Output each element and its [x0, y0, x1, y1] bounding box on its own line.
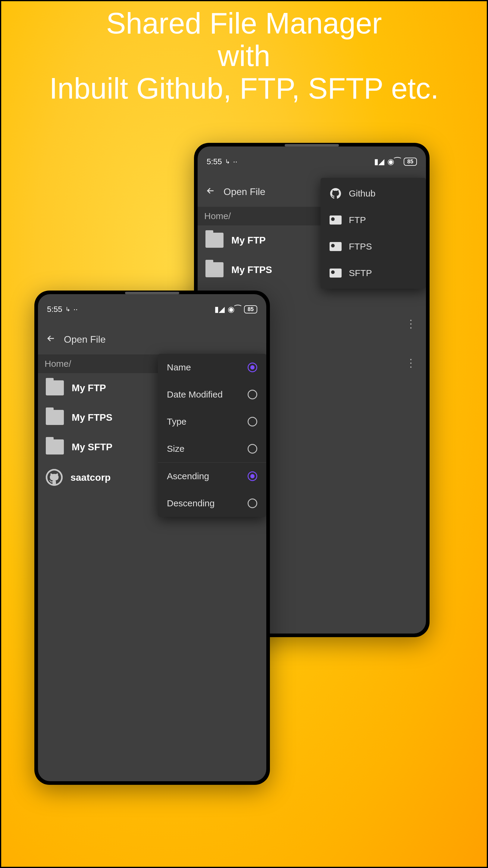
battery-indicator: 85: [404, 158, 417, 166]
status-time: 5:55: [47, 305, 62, 314]
add-menu-label: FTP: [349, 215, 366, 225]
sort-ascending[interactable]: Ascending: [158, 463, 266, 490]
status-icon-lte: ↳: [225, 158, 230, 165]
radio-unselected-icon: [248, 390, 257, 399]
add-menu-ftps[interactable]: FTPS: [321, 233, 426, 260]
sort-menu: Name Date Modified Type Size Ascending: [158, 354, 266, 517]
sort-direction-label: Descending: [167, 498, 215, 508]
file-name: My FTP: [72, 382, 106, 394]
sort-option-label: Date Modified: [167, 390, 223, 400]
sort-by-type[interactable]: Type: [158, 408, 266, 435]
sort-by-name[interactable]: Name: [158, 354, 266, 381]
battery-indicator: 85: [244, 305, 257, 313]
folder-icon: [205, 233, 224, 248]
earpiece: [285, 144, 339, 147]
folder-icon: [205, 262, 224, 277]
sort-option-label: Name: [167, 362, 191, 373]
file-name: My FTP: [231, 235, 266, 246]
account-card-icon: [330, 241, 341, 253]
sort-by-date-modified[interactable]: Date Modified: [158, 381, 266, 408]
folder-icon: [46, 439, 64, 455]
add-menu-ftp[interactable]: FTP: [321, 207, 426, 233]
file-name: saatcorp: [70, 472, 110, 483]
promo-headline: Shared File Manager with Inbuilt Github,…: [1, 1, 487, 104]
wifi-icon: ◉⁀: [228, 305, 241, 314]
toolbar-title: Open File: [64, 334, 106, 345]
signal-icon: ▮◢: [374, 157, 384, 166]
wifi-icon: ◉⁀: [387, 157, 401, 166]
radio-unselected-icon: [248, 498, 257, 508]
file-name: My FTPS: [72, 412, 112, 423]
github-icon: [46, 469, 63, 486]
file-name: My FTPS: [231, 264, 272, 276]
file-name: My SFTP: [72, 441, 112, 453]
github-icon: [330, 187, 341, 199]
promo-line-1: Shared File Manager: [1, 7, 487, 40]
toolbar-title: Open File: [224, 186, 265, 197]
promo-line-3: Inbuilt Github, FTP, SFTP etc.: [1, 72, 487, 105]
overflow-menu-icon[interactable]: ⋮: [405, 361, 416, 366]
folder-icon: [46, 410, 64, 425]
phone-mockup-front: 5:55 ↳ ·· ▮◢ ◉⁀ 85 Open File Home/ My FT…: [34, 290, 270, 785]
sort-descending[interactable]: Descending: [158, 490, 266, 517]
add-source-menu: Github FTP FTPS SFTP: [321, 178, 426, 289]
add-menu-label: SFTP: [349, 268, 372, 278]
add-menu-github[interactable]: Github: [321, 180, 426, 207]
status-time: 5:55: [207, 157, 222, 166]
status-icon-dots: ··: [73, 305, 78, 314]
add-menu-sftp[interactable]: SFTP: [321, 260, 426, 286]
radio-selected-icon: [248, 363, 257, 372]
status-icon-dots: ··: [233, 157, 237, 166]
radio-selected-icon: [248, 471, 257, 481]
account-card-icon: [330, 214, 341, 226]
account-card-icon: [330, 267, 341, 279]
add-menu-label: FTPS: [349, 241, 372, 252]
back-arrow-icon[interactable]: [46, 333, 56, 345]
sort-direction-label: Ascending: [167, 471, 209, 481]
sort-option-label: Type: [167, 416, 187, 427]
add-menu-label: Github: [349, 188, 375, 198]
app-toolbar: Open File: [38, 324, 266, 354]
folder-icon: [46, 380, 64, 396]
earpiece: [125, 292, 179, 294]
back-arrow-icon[interactable]: [205, 186, 216, 198]
radio-unselected-icon: [248, 417, 257, 427]
overflow-menu-icon[interactable]: ⋮: [405, 321, 416, 327]
signal-icon: ▮◢: [215, 305, 225, 314]
sort-option-label: Size: [167, 444, 184, 454]
promo-line-2: with: [1, 40, 487, 72]
radio-unselected-icon: [248, 444, 257, 454]
status-icon-lte: ↳: [65, 306, 70, 313]
sort-by-size[interactable]: Size: [158, 435, 266, 462]
status-bar: 5:55 ↳ ·· ▮◢ ◉⁀ 85: [38, 294, 266, 324]
status-bar: 5:55 ↳ ·· ▮◢ ◉⁀ 85: [198, 147, 426, 177]
